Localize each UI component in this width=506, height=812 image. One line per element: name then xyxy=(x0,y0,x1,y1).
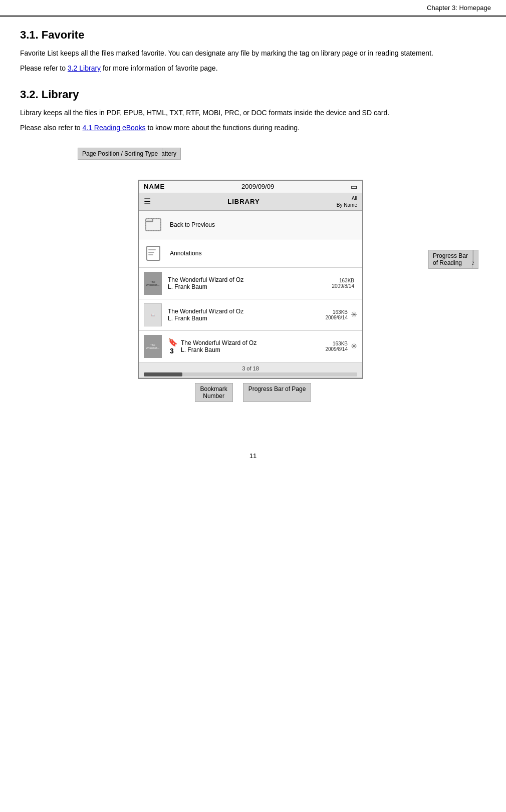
reading-progress-section: 3 of 18 xyxy=(139,362,362,378)
list-item-annotations: Annotations xyxy=(139,239,362,268)
book3-size: 163KB xyxy=(326,341,348,346)
progress-page-label: Progress Bar of Page xyxy=(248,385,306,392)
book3-meta: 163KB 2009/8/14 xyxy=(326,341,348,352)
section-32-heading: 3.2. Library xyxy=(20,88,486,101)
section-31-para1: Favorite List keeps all the files marked… xyxy=(20,48,486,59)
back-folder-icon xyxy=(144,215,164,235)
annotations-icon xyxy=(144,243,164,263)
diagram-area: User Defines Name / Date / Battery Page … xyxy=(78,148,428,402)
page-header: Chapter 3: Homepage xyxy=(0,0,506,17)
svg-rect-2 xyxy=(147,220,152,221)
callout-progress-reading: Progress Barof Reading xyxy=(428,250,472,269)
bookmark-number-label: BookmarkNumber xyxy=(200,385,227,399)
battery-icon: ▭ xyxy=(351,183,357,191)
book2-thumbnail: 📖 xyxy=(144,303,162,326)
sort-by-name: By Name xyxy=(337,202,357,208)
section-31-heading: 3.1. Favorite xyxy=(20,29,486,42)
book2-info: The Wonderful Wizard of Oz L. Frank Baum xyxy=(168,308,326,322)
progress-bar xyxy=(144,372,357,376)
book1-meta: 163KB 2009/8/14 xyxy=(332,278,355,289)
list-item-book1: TheWonderf... The Wonderful Wizard of Oz… xyxy=(139,268,362,299)
favorite-star-book2: ✳ xyxy=(351,310,357,319)
section-31: 3.1. Favorite Favorite List keeps all th… xyxy=(20,29,486,74)
diagram-wrapper: User Defines Name / Date / Battery Page … xyxy=(20,148,486,402)
favorite-star-book3: ✳ xyxy=(351,341,357,351)
callout-page-position: Page Position / Sorting Type xyxy=(78,148,162,160)
bottom-callouts: BookmarkNumber Progress Bar of Page xyxy=(78,383,428,402)
device-screen: NAME 2009/09/09 ▭ ☰ LIBRARY All By Name xyxy=(138,180,363,379)
progress-reading-label: Progress Barof Reading xyxy=(433,252,468,266)
list-item-book2: 📖 The Wonderful Wizard of Oz L. Frank Ba… xyxy=(139,299,362,331)
device-header-bar: NAME 2009/09/09 ▭ xyxy=(139,181,362,193)
book3-thumbnail: TheWonderf... xyxy=(144,335,162,358)
book1-title: The Wonderful Wizard of Oz xyxy=(168,276,332,283)
progress-bar-fill xyxy=(144,372,182,376)
list-item-book3: TheWonderf... 🔖 3 The Wonderful Wizard o… xyxy=(139,331,362,362)
section-32-para2: Please also refer to 4.1 Reading eBooks … xyxy=(20,122,486,133)
book3-date: 2009/8/14 xyxy=(326,346,348,352)
device-nav-bar: ☰ LIBRARY All By Name xyxy=(139,193,362,211)
sort-options: All By Name xyxy=(337,195,357,208)
device-date-label: 2009/09/09 xyxy=(241,183,274,190)
callout-progress-page: Progress Bar of Page xyxy=(243,383,312,402)
chapter-title: Chapter 3: Homepage xyxy=(427,4,491,12)
link-41-reading[interactable]: 4.1 Reading eBooks xyxy=(83,124,146,132)
section-32: 3.2. Library Library keeps all the files… xyxy=(20,88,486,134)
book3-author: L. Frank Baum xyxy=(181,346,326,353)
device-name-label: NAME xyxy=(144,183,165,190)
bookmark-icon: 🔖 xyxy=(168,337,178,347)
section-32-para1: Library keeps all the files in PDF, EPUB… xyxy=(20,107,486,118)
svg-rect-4 xyxy=(147,246,160,260)
annotations-label: Annotations xyxy=(170,250,357,257)
book3-title: The Wonderful Wizard of Oz xyxy=(181,339,326,346)
back-label: Back to Previous xyxy=(170,221,357,228)
book2-meta: 163KB 2009/8/14 xyxy=(326,309,348,320)
svg-rect-6 xyxy=(148,252,154,253)
book2-title: The Wonderful Wizard of Oz xyxy=(168,308,326,315)
callout-bookmark-number: BookmarkNumber xyxy=(195,383,233,402)
menu-icon: ☰ xyxy=(144,197,151,206)
svg-rect-7 xyxy=(148,254,153,255)
book3-info: The Wonderful Wizard of Oz L. Frank Baum xyxy=(181,339,326,353)
book1-author: L. Frank Baum xyxy=(168,283,332,290)
book2-size: 163KB xyxy=(326,309,348,315)
bookmark-number: 3 xyxy=(170,347,178,355)
progress-text: 3 of 18 xyxy=(144,364,357,372)
page-number: 11 xyxy=(0,452,506,460)
svg-rect-5 xyxy=(148,249,156,250)
book1-date: 2009/8/14 xyxy=(332,283,355,289)
book1-info: The Wonderful Wizard of Oz L. Frank Baum xyxy=(168,276,332,290)
book1-size: 163KB xyxy=(332,278,355,283)
library-title: LIBRARY xyxy=(227,198,260,205)
list-item-back: Back to Previous xyxy=(139,211,362,239)
book1-thumbnail: TheWonderf... xyxy=(144,272,162,295)
book2-date: 2009/8/14 xyxy=(326,315,348,320)
link-32-library[interactable]: 3.2 Library xyxy=(68,64,101,72)
section-31-para2: Please refer to 3.2 Library for more inf… xyxy=(20,63,486,74)
book2-author: L. Frank Baum xyxy=(168,315,326,322)
sort-all: All xyxy=(337,195,357,202)
